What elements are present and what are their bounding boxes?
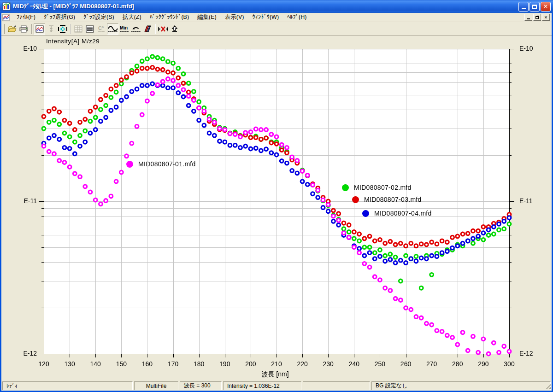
expand-arrows-icon — [58, 25, 67, 33]
minimize-icon — [522, 8, 526, 9]
printer-icon — [19, 25, 29, 33]
data-list-icon — [86, 25, 94, 33]
status-wavelength: 波長 = 300 — [180, 381, 222, 390]
legend-item[interactable]: MID080807-02.mfd — [342, 184, 412, 191]
status-bar: ﾚﾃﾞｨ MultiFile 波長 = 300 Intensity = 1.03… — [1, 380, 552, 391]
up-arrow-icon — [171, 25, 179, 33]
x-tick-label: 300 — [504, 360, 514, 368]
minimize-button[interactable] — [518, 2, 529, 12]
legend-item[interactable]: MID080807-01.mfd — [126, 160, 196, 168]
clear-x-range-icon — [158, 25, 168, 33]
status-multifile: MultiFile — [134, 381, 178, 390]
legend-label: MID080807-03.mfd — [364, 196, 422, 203]
scatter-plot-canvas[interactable] — [1, 36, 552, 380]
x-tick-label: 120 — [38, 360, 49, 368]
export-up-button[interactable] — [169, 23, 180, 35]
clear-x-range-button[interactable] — [157, 23, 169, 35]
status-empty — [303, 381, 370, 390]
x-tick-label: 150 — [116, 360, 127, 368]
status-ready: ﾚﾃﾞｨ — [2, 381, 133, 390]
y-tick-label: E-12 — [13, 350, 37, 357]
status-bg-setting: BG 設定なし — [371, 381, 551, 390]
vertical-scale-icon — [48, 25, 54, 33]
close-button[interactable]: ✕ — [541, 2, 551, 12]
x-tick-label: 130 — [64, 360, 75, 368]
mdi-document-icon[interactable] — [2, 14, 10, 21]
x-tick-label: 140 — [90, 360, 101, 368]
multi-graph-icon — [143, 25, 152, 33]
x-tick-label: 270 — [426, 360, 437, 368]
menu-window[interactable]: ｳｨﾝﾄﾞｳ(W) — [248, 13, 283, 22]
menu-view[interactable]: 表示(V) — [221, 12, 248, 23]
menu-edit[interactable]: 編集(E) — [193, 12, 221, 23]
minimum-button[interactable]: Min — [118, 23, 130, 35]
grid-table-button[interactable] — [72, 23, 84, 35]
y-tick-label: E-10 — [519, 45, 543, 52]
menu-bar: ﾌｧｲﾙ(F) ｸﾞﾗﾌ選択(G) ｸﾞﾗﾌ設定(S) 拡大(Z) ﾊﾞｯｸｸﾞ… — [1, 13, 552, 22]
x-tick-label: 260 — [400, 360, 411, 368]
x-tick-label: 220 — [297, 360, 307, 368]
multi-graph-button[interactable] — [141, 23, 153, 35]
x-tick-label: 230 — [323, 360, 334, 368]
legend-item[interactable]: MID080807-03.mfd — [352, 196, 422, 203]
x-tick-label: 280 — [452, 360, 463, 368]
legend-label: MID080807-01.mfd — [138, 160, 196, 168]
app-icon — [2, 2, 11, 11]
app-window: MIDﾃﾞｰﾀ処理 - [MIDｸﾞﾗﾌ MID080807-01.mfd] ✕… — [0, 0, 553, 392]
redraw-loop-icon — [131, 25, 141, 33]
print-button[interactable] — [18, 23, 29, 35]
maximize-icon — [532, 5, 537, 9]
waveform-button[interactable] — [107, 23, 118, 35]
grid-table-icon — [74, 25, 82, 33]
y-tick-label: E-11 — [519, 197, 543, 205]
y-tick-label: E-11 — [13, 197, 37, 205]
menu-graph-select[interactable]: ｸﾞﾗﾌ選択(G) — [40, 12, 79, 23]
client-area: ﾌｧｲﾙ(F) ｸﾞﾗﾌ選択(G) ｸﾞﾗﾌ設定(S) 拡大(Z) ﾊﾞｯｸｸﾞ… — [1, 13, 552, 391]
toolbar-grip[interactable] — [3, 24, 5, 34]
title-bar[interactable]: MIDﾃﾞｰﾀ処理 - [MIDｸﾞﾗﾌ MID080807-01.mfd] ✕ — [0, 0, 553, 13]
x-tick-label: 240 — [349, 360, 359, 368]
mdi-minimize-button[interactable] — [524, 14, 532, 21]
celsius-icon: C° — [97, 25, 106, 33]
celsius-button[interactable]: C° — [95, 23, 107, 35]
legend-item[interactable]: MID080807-04.mfd — [362, 210, 432, 217]
legend-label: MID080807-02.mfd — [354, 184, 412, 191]
mdi-restore-button[interactable] — [533, 14, 541, 21]
menu-graph-settings[interactable]: ｸﾞﾗﾌ設定(S) — [79, 12, 118, 23]
svg-text:C°: C° — [98, 25, 104, 31]
y-axis-title: Intensity[A] M/z29 — [46, 38, 100, 45]
menu-help[interactable]: ﾍﾙﾌﾟ(H) — [283, 13, 311, 22]
close-icon: ✕ — [543, 3, 548, 10]
x-tick-label: 210 — [271, 360, 282, 368]
data-list-button[interactable] — [84, 23, 95, 35]
graph-view-icon — [35, 25, 44, 33]
legend-marker-icon — [342, 184, 349, 191]
maximize-button[interactable] — [529, 2, 540, 12]
redraw-loop-button[interactable] — [130, 23, 141, 35]
x-tick-label: 290 — [478, 360, 488, 368]
menu-zoom[interactable]: 拡大(Z) — [118, 12, 146, 23]
vertical-scale-button[interactable] — [45, 23, 57, 35]
toolbar-separator — [155, 24, 155, 34]
y-tick-label: E-12 — [519, 350, 543, 357]
open-file-button[interactable] — [6, 23, 18, 35]
toolbar: C° Min — [1, 22, 552, 36]
x-tick-label: 170 — [168, 360, 178, 368]
legend-marker-icon — [362, 210, 369, 217]
x-axis-title: 波長 [nm] — [261, 370, 288, 379]
mdi-close-icon: ✕ — [544, 15, 548, 20]
mdi-restore-icon — [535, 16, 539, 19]
menu-background[interactable]: ﾊﾞｯｸｸﾞﾗｳﾝﾄﾞ(B) — [146, 13, 193, 22]
mdi-close-button[interactable]: ✕ — [542, 14, 550, 21]
fit-expand-button[interactable] — [57, 23, 68, 35]
waveform-icon — [108, 25, 118, 33]
x-tick-label: 160 — [142, 360, 153, 368]
svg-text:Min: Min — [120, 25, 128, 30]
graph-window: Intensity[A] M/z29 E-10E-11E-12 E-10E-11… — [1, 36, 552, 380]
y-tick-label: E-10 — [13, 45, 37, 52]
menu-file[interactable]: ﾌｧｲﾙ(F) — [12, 13, 40, 22]
graph-view-button[interactable] — [34, 23, 45, 35]
x-tick-label: 200 — [245, 360, 256, 368]
legend-marker-icon — [352, 196, 359, 203]
legend-label: MID080807-04.mfd — [374, 210, 432, 217]
